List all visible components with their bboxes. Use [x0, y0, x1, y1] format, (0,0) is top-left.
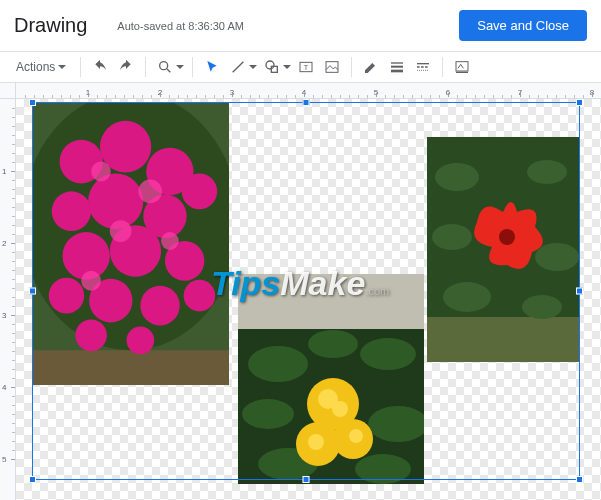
svg-rect-8: [391, 62, 403, 63]
resize-handle-mr[interactable]: [576, 288, 583, 295]
selection-box[interactable]: [32, 102, 580, 480]
actions-label: Actions: [16, 60, 55, 74]
zoom-button[interactable]: [154, 56, 184, 78]
line-dash-icon: [415, 59, 431, 75]
svg-rect-10: [391, 70, 403, 73]
resize-handle-bl[interactable]: [29, 476, 36, 483]
chevron-down-icon: [58, 65, 66, 70]
resize-handle-tm[interactable]: [303, 99, 310, 106]
line-weight-button[interactable]: [386, 56, 408, 78]
resize-handle-ml[interactable]: [29, 288, 36, 295]
svg-text:T: T: [304, 63, 309, 72]
pencil-icon: [363, 59, 379, 75]
dialog-title: Drawing: [14, 14, 87, 37]
save-and-close-button[interactable]: Save and Close: [459, 10, 587, 41]
undo-icon: [92, 59, 108, 75]
undo-button[interactable]: [89, 56, 111, 78]
toolbar: Actions T: [0, 52, 601, 83]
svg-point-0: [160, 62, 168, 70]
line-weight-icon: [389, 59, 405, 75]
resize-handle-tr[interactable]: [576, 99, 583, 106]
actions-menu-button[interactable]: Actions: [10, 56, 72, 78]
redo-button[interactable]: [115, 56, 137, 78]
drawing-canvas[interactable]: TipsMake.com: [16, 99, 601, 500]
image-icon: [324, 59, 340, 75]
chevron-down-icon: [249, 65, 257, 70]
svg-rect-4: [272, 66, 278, 72]
textbox-icon: T: [298, 59, 314, 75]
format-icon: [454, 59, 470, 75]
textbox-tool-button[interactable]: T: [295, 56, 317, 78]
svg-line-2: [233, 62, 244, 73]
resize-handle-br[interactable]: [576, 476, 583, 483]
shape-icon: [264, 59, 280, 75]
redo-icon: [118, 59, 134, 75]
dialog-header: Drawing Auto-saved at 8:36:30 AM Save an…: [0, 0, 601, 52]
zoom-icon: [157, 59, 173, 75]
vertical-ruler[interactable]: 12345: [0, 99, 16, 500]
chevron-down-icon: [176, 65, 184, 70]
svg-rect-9: [391, 66, 403, 68]
ruler-corner: [0, 83, 16, 99]
autosave-status: Auto-saved at 8:36:30 AM: [117, 20, 244, 32]
resize-handle-bm[interactable]: [303, 476, 310, 483]
line-tool-button[interactable]: [227, 56, 257, 78]
resize-handle-tl[interactable]: [29, 99, 36, 106]
horizontal-ruler[interactable]: 12345678: [16, 83, 601, 99]
select-tool-button[interactable]: [201, 56, 223, 78]
chevron-down-icon: [283, 65, 291, 70]
image-tool-button[interactable]: [321, 56, 343, 78]
line-dash-button[interactable]: [412, 56, 434, 78]
shape-tool-button[interactable]: [261, 56, 291, 78]
svg-point-3: [266, 61, 274, 69]
line-color-button[interactable]: [360, 56, 382, 78]
line-icon: [230, 59, 246, 75]
cursor-icon: [204, 59, 220, 75]
svg-line-1: [167, 69, 170, 72]
canvas-area: 12345678 12345: [0, 83, 601, 500]
format-options-button[interactable]: [451, 56, 473, 78]
